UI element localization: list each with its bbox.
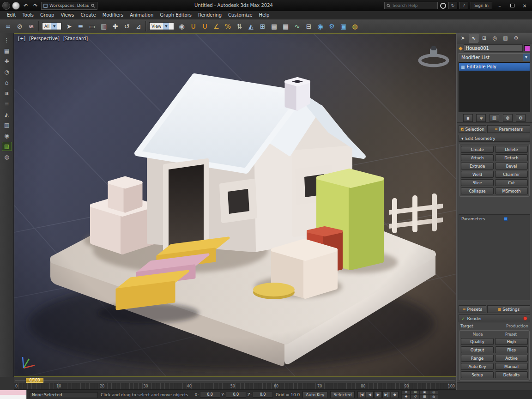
orbit-icon[interactable]: ↺ [411, 395, 420, 399]
create-tab-icon[interactable]: ➤ [458, 34, 468, 42]
display-tab-icon[interactable]: ▥ [501, 34, 510, 42]
menu-item[interactable]: Rendering [195, 12, 225, 18]
parameter-indicator-icon[interactable] [504, 217, 508, 221]
mirror-icon[interactable]: ◭ [245, 20, 257, 32]
render-setting-button[interactable]: Manual [495, 363, 528, 370]
close-button[interactable]: × [520, 1, 530, 10]
menu-item[interactable]: Views [57, 12, 77, 18]
auto-key-button[interactable]: Auto Key [302, 391, 327, 398]
workspace-selector[interactable]: Workspaces: Default [41, 2, 97, 10]
modeling-ribbon-icon[interactable]: ▦ [2, 46, 12, 55]
rollout-header-edit-geometry[interactable]: ▾ Edit Geometry [459, 135, 530, 142]
menu-item[interactable]: Help [256, 12, 273, 18]
percent-snap-icon[interactable]: % [222, 20, 234, 32]
pin-stack-icon[interactable]: ▪ [463, 114, 473, 122]
render-setting-button[interactable]: Output [461, 346, 494, 353]
select-and-rotate-icon[interactable]: ↺ [121, 20, 133, 32]
coordinate-field[interactable]: 0.0 [226, 392, 246, 398]
object-name-field[interactable] [464, 44, 523, 52]
curve-editor-icon[interactable]: ∿ [291, 20, 303, 32]
remove-modifier-icon[interactable]: ⊗ [503, 114, 513, 122]
edit-geometry-button[interactable]: Slice [461, 179, 494, 186]
view-cube[interactable] [417, 43, 450, 70]
render-setting-button[interactable]: Active [495, 355, 528, 362]
render-tab-settings[interactable]: ▦ Settings [487, 305, 530, 313]
configure-modifier-sets-icon[interactable]: ⚙ [516, 114, 526, 122]
snap-toggle-3d-icon[interactable]: U [199, 20, 211, 32]
viewport[interactable]: [+] [Perspective] [Standard] [14, 33, 456, 377]
bind-to-space-warp-icon[interactable]: ≋ [25, 20, 37, 32]
render-tab-presets[interactable]: ≡ Presets [459, 305, 486, 313]
geometry-icon[interactable]: ◉ [2, 131, 12, 140]
selection-filter-combo[interactable]: All ▼ [42, 22, 61, 30]
help-search-box[interactable] [384, 2, 438, 9]
coordinate-field[interactable]: 0.0 [200, 392, 220, 398]
modifier-list-dropdown[interactable]: Modifier List ▼ [459, 53, 530, 61]
select-and-move-icon[interactable]: ✚ [109, 20, 121, 32]
material-editor-icon[interactable]: ◉ [314, 20, 326, 32]
render-setting-button[interactable]: Range [461, 355, 494, 362]
select-and-scale-icon[interactable]: ⊿ [133, 20, 144, 32]
menu-item[interactable]: Modifiers [99, 12, 127, 18]
select-and-link-icon[interactable]: ∞ [2, 20, 14, 32]
go-to-start-icon[interactable]: |◀ [357, 391, 365, 398]
spinner-snap-icon[interactable]: ⇅ [234, 20, 245, 32]
freeform-icon[interactable]: ≋ [2, 89, 12, 98]
minimize-button[interactable]: – [495, 1, 505, 10]
viewport-general-menu[interactable]: [+] [18, 36, 25, 41]
maximize-button[interactable] [507, 1, 517, 10]
maximize-viewport-icon[interactable]: ▦ [420, 395, 429, 399]
time-slider-handle[interactable]: 0/100 [26, 378, 43, 383]
edit-geometry-button[interactable]: Bevel [495, 163, 528, 169]
mirror-tool-icon[interactable]: ◭ [2, 110, 12, 119]
pan-icon[interactable]: ✚ [401, 395, 411, 399]
redo-icon[interactable]: ↷ [31, 3, 39, 9]
selection-sets-icon[interactable]: ≡ [2, 99, 12, 109]
edit-geometry-button[interactable]: Chamfer [495, 171, 528, 178]
grids-icon[interactable]: ▥ [2, 121, 12, 130]
menu-item[interactable]: Customize [225, 12, 256, 18]
quick-access-icon[interactable] [12, 2, 20, 10]
utilities-icon[interactable]: ◍ [2, 152, 12, 162]
render-setting-button[interactable]: High [495, 338, 528, 345]
layer-manager-icon[interactable]: ▤ [268, 20, 280, 32]
menu-item[interactable]: Group [37, 12, 57, 18]
help-icon[interactable]: ? [459, 2, 468, 9]
menu-item[interactable]: Create [77, 12, 99, 18]
reference-coordinate-combo[interactable]: View ▼ [149, 22, 174, 30]
render-setting-button[interactable]: Defaults [495, 371, 528, 378]
edit-geometry-button[interactable]: Collapse [461, 187, 494, 194]
edit-geometry-button[interactable]: Create [461, 146, 494, 153]
selected-key-button[interactable]: Selected [330, 391, 355, 398]
modifier-stack-selected-row[interactable]: ▦ Editable Poly [459, 63, 530, 71]
modify-tab-icon[interactable]: ∿ [469, 34, 478, 42]
edit-geometry-button[interactable]: Cut [495, 179, 528, 186]
modifier-stack[interactable]: ▦ Editable Poly [459, 62, 530, 112]
coordinate-field[interactable]: 0.0 [253, 392, 273, 398]
utilities-tab-icon[interactable]: ⚙ [511, 34, 521, 42]
zoom-all-icon[interactable]: ⊞ [411, 390, 420, 395]
select-by-name-icon[interactable]: ≡ [75, 20, 86, 32]
render-status-row[interactable]: ✓ Render [459, 314, 530, 322]
rotate-tool-icon[interactable]: ◔ [2, 67, 12, 77]
rollout-tab-parameters[interactable]: ≡ Parameters [487, 125, 530, 133]
previous-frame-icon[interactable]: ◀ [366, 391, 374, 398]
home-grid-icon[interactable]: ⌂ [2, 78, 12, 87]
edit-geometry-button[interactable]: Attach [461, 154, 494, 161]
undo-icon[interactable]: ↶ [22, 3, 30, 9]
zoom-extents-icon[interactable]: ▣ [420, 390, 429, 395]
use-pivot-center-icon[interactable]: ◉ [176, 20, 187, 32]
field-of-view-icon[interactable]: ◎ [429, 390, 438, 395]
move-tool-icon[interactable]: ✚ [2, 57, 12, 66]
sync-icon[interactable]: ↻ [448, 2, 457, 9]
make-unique-icon[interactable]: ▥ [490, 114, 499, 122]
track-bar[interactable]: 0102030405060708090100 [14, 383, 456, 390]
render-setting-button[interactable]: Quality [461, 338, 494, 345]
menu-item[interactable]: Animation [127, 12, 157, 18]
zoom-icon[interactable]: ⊕ [401, 390, 411, 395]
window-crossing-icon[interactable]: ▥ [98, 20, 109, 32]
align-icon[interactable]: ⊞ [257, 20, 268, 32]
edit-geometry-button[interactable]: MSmooth [495, 187, 528, 194]
maxscript-mini-listener[interactable] [0, 390, 27, 399]
menu-item[interactable]: Edit [4, 12, 19, 18]
